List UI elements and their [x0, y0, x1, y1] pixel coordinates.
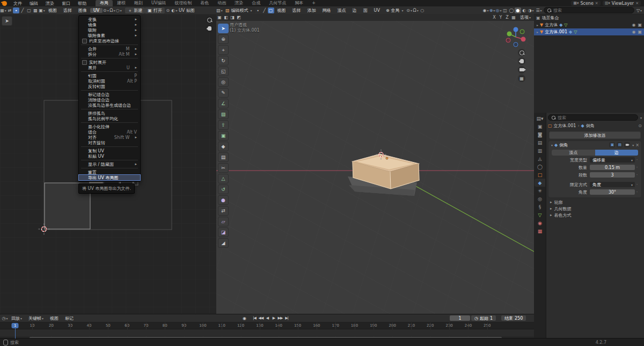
animate-decorator[interactable]: ·	[635, 173, 639, 178]
topbar-menu-编辑[interactable]: 编辑	[26, 1, 42, 6]
uv-editor-type-icon[interactable]: ▦▾	[0, 8, 6, 13]
workspace-tab-合成[interactable]: 合成	[247, 0, 265, 6]
outliner-row-立方体[interactable]: ▸▼立方体◆▽◉▣	[534, 21, 644, 28]
outliner-filter-icon[interactable]: ▽▾	[636, 8, 642, 13]
uv-menu-视图[interactable]: 视图	[45, 8, 60, 13]
play-reverse-button[interactable]: ◀	[264, 315, 270, 321]
uv-map-selector[interactable]: UV 贴图	[179, 8, 195, 13]
uv-menu-item-吸附[interactable]: 吸附▸	[79, 27, 140, 33]
viewport-menu-面[interactable]: 面	[360, 8, 371, 13]
mirror-y-toggle[interactable]: Y	[497, 14, 504, 20]
timeline-track[interactable]	[0, 329, 534, 336]
tab-modifiers[interactable]: ◆	[535, 179, 545, 187]
pin-icon[interactable]: ⊙	[638, 123, 642, 128]
uv-menu-item-清除缝合边[interactable]: 清除缝合边	[79, 97, 140, 102]
smooth-tool[interactable]: ●	[218, 195, 229, 205]
modifier-extras-icon[interactable]: ▾	[632, 143, 634, 147]
field-段数[interactable]: 3	[590, 172, 635, 178]
mirror-z-toggle[interactable]: Z	[504, 14, 510, 20]
field-数量[interactable]: 0.15 m	[590, 165, 635, 170]
extrude-region-tool[interactable]: ⇧	[218, 120, 229, 130]
workspace-tab-UV编辑[interactable]: UV编辑	[147, 0, 170, 6]
shading-material-icon[interactable]: ◐	[521, 8, 528, 13]
outliner-row-场景集合[interactable]: ▣场景集合	[534, 14, 644, 21]
image-pin-icon[interactable]: ⊙	[165, 8, 171, 13]
loop-cut-tool[interactable]: ▤	[218, 152, 229, 162]
playhead[interactable]: 1	[12, 323, 19, 328]
viewport-menu-边[interactable]: 边	[349, 8, 360, 13]
prev-keyframe-button[interactable]: ◀◀	[258, 315, 264, 321]
workspace-tab-纹理绘制[interactable]: 纹理绘制	[170, 0, 196, 6]
bevel-tab-边[interactable]: 边	[595, 150, 639, 156]
shading-solid-icon[interactable]: ●	[515, 8, 521, 13]
scene-unlink-icon[interactable]: ×	[595, 1, 598, 5]
inset-faces-tool[interactable]: ▣	[218, 131, 229, 141]
uv-menu-图像[interactable]: 图像	[75, 8, 90, 13]
jump-to-end-button[interactable]: ▶|	[283, 315, 290, 321]
uv-sync-selection-icon[interactable]: ⇄	[6, 8, 13, 13]
viewport-zoom-icon[interactable]	[518, 49, 525, 56]
tab-texture[interactable]: ▦	[535, 227, 545, 235]
uv-menu-item-钉固[interactable]: 钉固P	[79, 73, 140, 78]
poly-build-tool[interactable]: △	[218, 174, 229, 183]
tab-data[interactable]: ▽	[535, 211, 545, 219]
workspace-tab-脚本[interactable]: 脚本	[290, 0, 308, 6]
tool-mode-extend-icon[interactable]: ◧	[223, 14, 229, 20]
uv-menu-item-沿孤岛边界生成缝合边[interactable]: 沿孤岛边界生成缝合边	[79, 102, 140, 108]
tab-view-layer[interactable]: ▥	[535, 146, 545, 154]
topbar-menu-文件[interactable]: 文件	[10, 1, 26, 6]
workspace-tab-建模[interactable]: 建模	[113, 0, 130, 6]
animate-decorator[interactable]: ·	[635, 165, 639, 170]
uv-menu-item-最小化拉伸[interactable]: 最小化拉伸	[79, 124, 140, 129]
field-限定方式[interactable]: 角度▾	[590, 182, 635, 187]
uv-menu-item-约束至画布边缘[interactable]: 约束至画布边缘	[79, 38, 140, 43]
render-visibility-icon[interactable]: ▣	[638, 30, 642, 34]
knife-tool[interactable]: ✂	[218, 163, 229, 173]
add-cube-tool[interactable]: ▧	[218, 109, 229, 119]
bevel-tool[interactable]: ◆	[218, 142, 229, 151]
tool-mode-subtract-icon[interactable]: ◨	[229, 14, 236, 20]
timeline-menu-标记[interactable]: 标记	[62, 315, 77, 321]
uv-snap-icon[interactable]: Ω▾	[109, 8, 115, 13]
tab-constraints[interactable]: §	[535, 203, 545, 211]
rotate-tool[interactable]: ↻	[218, 56, 229, 65]
xray-toggle-icon[interactable]: ◫	[502, 8, 508, 13]
uv-menu-item-缝合[interactable]: 缝合Alt V	[79, 129, 140, 135]
mesh-select-face-icon[interactable]: ▢	[268, 8, 274, 13]
visibility-eye-icon[interactable]: ◉	[632, 30, 635, 34]
tab-world[interactable]: ◯	[535, 163, 545, 171]
field-宽度类型[interactable]: 偏移量▾	[590, 157, 635, 163]
tab-material[interactable]: ◉	[535, 219, 545, 227]
properties-options-icon[interactable]: ▾	[640, 116, 642, 120]
animate-decorator[interactable]: ·	[635, 158, 639, 163]
rip-region-tool[interactable]: ◪	[218, 227, 229, 237]
uv-menu-UV[interactable]: UV	[90, 8, 103, 13]
autokey-toggle-icon[interactable]: ◉	[243, 316, 246, 321]
viewlayer-unlink-icon[interactable]: ×	[635, 1, 639, 5]
uv-menu-item-显示 / 隐藏面[interactable]: 显示 / 隐藏面▸	[79, 161, 140, 167]
tweak-select-tool[interactable]: ➤	[218, 24, 229, 33]
workspace-tab-渲染[interactable]: 渲染	[230, 0, 247, 6]
outliner-row-立方体.001[interactable]: ▸▼立方体.001◆▽◉▣	[534, 28, 644, 35]
visibility-eye-icon[interactable]: ◉	[632, 23, 635, 27]
timeline-menu-视图[interactable]: 视图	[47, 315, 62, 321]
options-dropdown[interactable]: 选项▾	[517, 14, 534, 20]
viewport-menu-添加[interactable]: 添加	[304, 8, 319, 13]
uv-menu-item-镜像[interactable]: 镜像▸	[79, 22, 140, 27]
scale-tool[interactable]: ◱	[218, 67, 229, 76]
expand-icon[interactable]: ▸	[537, 30, 538, 34]
proportional-edit-icon[interactable]: ○	[419, 8, 426, 13]
navigation-gizmo[interactable]	[504, 25, 528, 49]
uv-proportional-edit-icon[interactable]: ○▾	[115, 8, 122, 13]
expand-icon[interactable]: ▸	[537, 23, 538, 27]
blender-logo-icon[interactable]	[2, 1, 7, 6]
pivot-point-icon[interactable]: ⊙▾	[406, 8, 413, 13]
properties-editor-type-icon[interactable]: ▤▾	[535, 114, 545, 122]
properties-search-input[interactable]: 搜索	[548, 114, 638, 121]
uv-menu-item-复制 UV[interactable]: 复制 UV	[79, 148, 140, 153]
uv-menu-item-标记缝合边[interactable]: 标记缝合边	[79, 92, 140, 97]
viewport-menu-视图[interactable]: 视图	[274, 8, 289, 13]
annotate-tool[interactable]: ✎	[218, 88, 229, 98]
mesh-select-vertex-icon[interactable]: ∙	[255, 8, 261, 13]
view-object-types-icon[interactable]: ◉▾	[482, 8, 489, 13]
